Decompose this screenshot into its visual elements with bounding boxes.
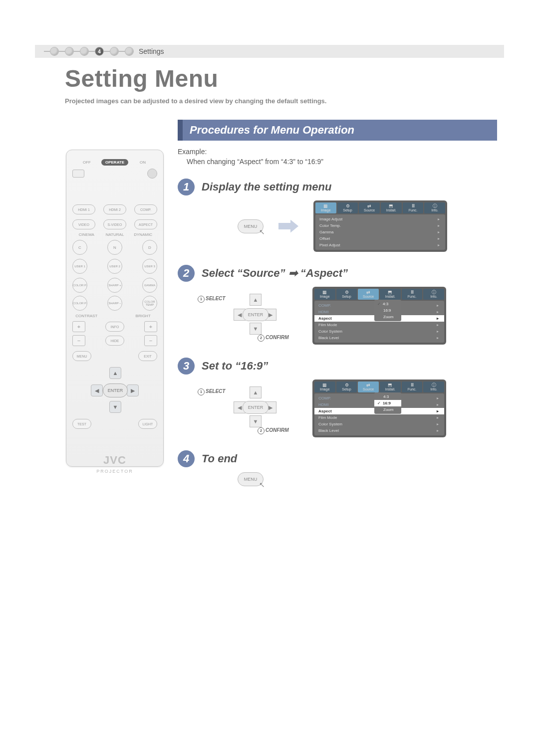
remote-cinema-button[interactable]: C bbox=[72, 240, 87, 255]
remote-hdmi1-button[interactable]: HDMI 1 bbox=[72, 204, 95, 214]
remote-bright-minus-button[interactable]: − bbox=[144, 335, 157, 346]
remote-control-figure: OFF OPERATE ON HDMI 1 HDMI 2 COMP. VIDEO… bbox=[65, 150, 165, 467]
remote-dpad: ▲ ▼ ◀ ▶ ENTER bbox=[90, 365, 140, 415]
arrow-icon bbox=[278, 220, 298, 233]
remote-user2-button[interactable]: USER 2 bbox=[107, 259, 122, 274]
remote-enter-button[interactable]: ENTER bbox=[103, 383, 128, 397]
step-4-title: To end bbox=[202, 452, 237, 465]
remote-power-led bbox=[147, 169, 157, 179]
remote-operate-label: OPERATE bbox=[101, 159, 128, 166]
remote-dynamic-button[interactable]: D bbox=[142, 240, 157, 255]
remote-sharp-plus-button[interactable]: SHARP + bbox=[107, 278, 122, 293]
remote-hide-button[interactable]: HIDE bbox=[105, 336, 124, 346]
remote-hdmi2-button[interactable]: HDMI 2 bbox=[103, 204, 126, 214]
remote-on-label: ON bbox=[128, 160, 157, 165]
step-2-title: Select “Source” ➡ “Aspect” bbox=[202, 267, 348, 280]
dpad-enter-button-3[interactable]: ENTER bbox=[243, 401, 269, 414]
remote-right-button[interactable]: ▶ bbox=[127, 384, 139, 396]
remote-info-button[interactable]: INFO bbox=[105, 322, 124, 332]
dpad-enter-button[interactable]: ENTER bbox=[243, 308, 269, 321]
remote-comp-button[interactable]: COMP. bbox=[134, 204, 157, 214]
step-2-number: 2 bbox=[178, 265, 195, 282]
dpad-up-button[interactable]: ▲ bbox=[250, 294, 262, 306]
remote-gamma-button[interactable]: GAMMA bbox=[142, 278, 157, 293]
page-subtitle: Projected images can be adjusted to a de… bbox=[65, 97, 539, 105]
dpad-up-button-3[interactable]: ▲ bbox=[250, 386, 262, 398]
dpad-down-button[interactable]: ▼ bbox=[250, 323, 262, 335]
remote-ir-window bbox=[72, 170, 84, 178]
page-title: Setting Menu bbox=[65, 65, 539, 92]
breadcrumb-active: 4 bbox=[95, 47, 104, 56]
remote-down-button[interactable]: ▼ bbox=[109, 401, 121, 413]
osd-aspect-flyout-2: 4:3 ✓16:9 Zoom bbox=[374, 392, 401, 414]
remote-contrast-plus-button[interactable]: + bbox=[72, 321, 85, 332]
remote-test-button[interactable]: TEST bbox=[72, 419, 91, 429]
remote-user1-button[interactable]: USER 1 bbox=[72, 259, 87, 274]
dpad-down-button-3[interactable]: ▼ bbox=[250, 415, 262, 427]
remote-exit-button[interactable]: EXIT bbox=[138, 351, 157, 361]
breadcrumb-label: Settings bbox=[139, 47, 164, 55]
remote-aspect-button[interactable]: ASPECT bbox=[134, 219, 157, 229]
section-header: Procedures for Menu Operation bbox=[178, 120, 497, 141]
osd-aspect-flyout-1: ✓4:3 16:9 Zoom bbox=[374, 300, 401, 321]
step-4-number: 4 bbox=[178, 450, 195, 467]
remote-bright-plus-button[interactable]: + bbox=[144, 321, 157, 332]
step-3-number: 3 bbox=[178, 358, 195, 375]
example-text: When changing “Aspect” from “4:3” to “16… bbox=[187, 158, 497, 166]
annot-confirm-3: 2CONFIRM bbox=[258, 427, 289, 434]
remote-user3-button[interactable]: USER 3 bbox=[142, 259, 157, 274]
example-label: Example: bbox=[178, 148, 497, 156]
remote-natural-button[interactable]: N bbox=[107, 240, 122, 255]
remote-off-label: OFF bbox=[72, 160, 101, 165]
press-menu-icon: MENU↖ bbox=[238, 219, 264, 233]
remote-up-button[interactable]: ▲ bbox=[109, 367, 121, 379]
step-1-title: Display the setting menu bbox=[202, 181, 331, 193]
remote-svideo-button[interactable]: S-VIDEO bbox=[103, 219, 126, 229]
step-1-number: 1 bbox=[178, 179, 195, 195]
breadcrumb-band: 4 Settings bbox=[35, 45, 504, 58]
remote-colortemp-button[interactable]: COLOR TEMP bbox=[142, 296, 157, 311]
cursor-icon-2: ↖ bbox=[259, 481, 265, 489]
remote-sharp-minus-button[interactable]: SHARP − bbox=[107, 296, 122, 311]
remote-brand: JVC bbox=[72, 454, 157, 467]
remote-contrast-minus-button[interactable]: − bbox=[72, 335, 85, 346]
remote-colorp2-button[interactable]: COLOR P. bbox=[72, 296, 87, 311]
annot-select: 1SELECT bbox=[198, 296, 225, 303]
remote-left-button[interactable]: ◀ bbox=[91, 384, 103, 396]
annot-confirm: 2CONFIRM bbox=[258, 335, 289, 342]
breadcrumb: 4 Settings bbox=[44, 47, 164, 56]
press-menu-icon-end: MENU↖ bbox=[238, 472, 264, 486]
remote-brand-sub: PROJECTOR bbox=[72, 469, 157, 474]
step-3-title: Set to “16:9” bbox=[202, 360, 268, 373]
remote-light-button[interactable]: LIGHT bbox=[138, 419, 157, 429]
remote-colorp-button[interactable]: COLOR P. bbox=[72, 278, 87, 293]
remote-menu-button[interactable]: MENU bbox=[72, 351, 91, 361]
annot-select-3: 1SELECT bbox=[198, 388, 225, 395]
osd-screenshot-1: ▦Image ⚙Setup ⇄Source ⬒Install. ⅢFunc. ⓘ… bbox=[313, 200, 447, 252]
remote-video-button[interactable]: VIDEO bbox=[72, 219, 95, 229]
cursor-icon: ↖ bbox=[259, 228, 265, 236]
